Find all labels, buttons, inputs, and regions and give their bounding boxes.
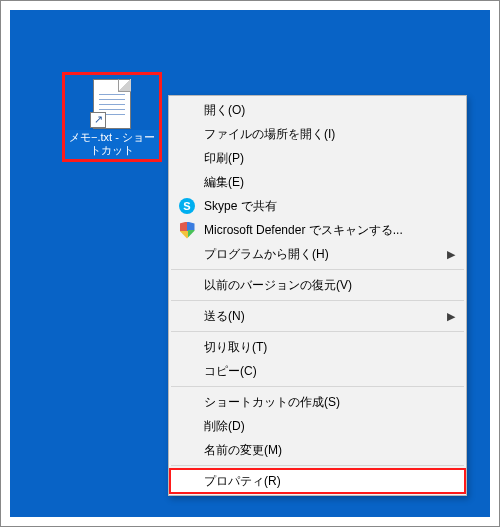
context-menu-item-label: 削除(D) bbox=[204, 418, 245, 435]
context-menu-item[interactable]: プロパティ(R) bbox=[170, 469, 465, 493]
context-menu-item[interactable]: 名前の変更(M) bbox=[170, 438, 465, 462]
text-file-icon: ↗ bbox=[90, 79, 134, 126]
context-menu-item-label: プログラムから開く(H) bbox=[204, 246, 329, 263]
context-menu-separator bbox=[171, 386, 464, 387]
skype-icon bbox=[178, 197, 196, 215]
context-menu-item-label: 切り取り(T) bbox=[204, 339, 267, 356]
context-menu-item-label: ファイルの場所を開く(I) bbox=[204, 126, 335, 143]
context-menu-item-label: コピー(C) bbox=[204, 363, 257, 380]
defender-shield-icon bbox=[178, 221, 196, 239]
context-menu-item-label: ショートカットの作成(S) bbox=[204, 394, 340, 411]
desktop-icon-label: メモ−.txt - ショートカット bbox=[65, 130, 159, 160]
context-menu-item[interactable]: コピー(C) bbox=[170, 359, 465, 383]
context-menu-item[interactable]: 以前のバージョンの復元(V) bbox=[170, 273, 465, 297]
context-menu-item[interactable]: プログラムから開く(H)▶ bbox=[170, 242, 465, 266]
context-menu-item-label: Microsoft Defender でスキャンする... bbox=[204, 222, 403, 239]
desktop[interactable]: ↗ メモ−.txt - ショートカット 開く(O)ファイルの場所を開く(I)印刷… bbox=[10, 10, 490, 517]
context-menu-item[interactable]: 削除(D) bbox=[170, 414, 465, 438]
context-menu: 開く(O)ファイルの場所を開く(I)印刷(P)編集(E)Skype で共有Mic… bbox=[168, 95, 467, 496]
context-menu-item[interactable]: Skype で共有 bbox=[170, 194, 465, 218]
context-menu-item[interactable]: ファイルの場所を開く(I) bbox=[170, 122, 465, 146]
desktop-shortcut-icon[interactable]: ↗ メモ−.txt - ショートカット bbox=[62, 72, 162, 162]
context-menu-item-label: 名前の変更(M) bbox=[204, 442, 282, 459]
context-menu-item-label: Skype で共有 bbox=[204, 198, 277, 215]
context-menu-item-label: 開く(O) bbox=[204, 102, 245, 119]
context-menu-item[interactable]: 切り取り(T) bbox=[170, 335, 465, 359]
submenu-arrow-icon: ▶ bbox=[447, 310, 455, 323]
context-menu-separator bbox=[171, 331, 464, 332]
context-menu-item-label: プロパティ(R) bbox=[204, 473, 281, 490]
context-menu-item-label: 印刷(P) bbox=[204, 150, 244, 167]
context-menu-item[interactable]: ショートカットの作成(S) bbox=[170, 390, 465, 414]
context-menu-item[interactable]: 送る(N)▶ bbox=[170, 304, 465, 328]
context-menu-item-label: 編集(E) bbox=[204, 174, 244, 191]
context-menu-separator bbox=[171, 269, 464, 270]
context-menu-item-label: 送る(N) bbox=[204, 308, 245, 325]
submenu-arrow-icon: ▶ bbox=[447, 248, 455, 261]
context-menu-item[interactable]: Microsoft Defender でスキャンする... bbox=[170, 218, 465, 242]
context-menu-separator bbox=[171, 465, 464, 466]
context-menu-item-label: 以前のバージョンの復元(V) bbox=[204, 277, 352, 294]
context-menu-separator bbox=[171, 300, 464, 301]
context-menu-item[interactable]: 編集(E) bbox=[170, 170, 465, 194]
context-menu-item[interactable]: 印刷(P) bbox=[170, 146, 465, 170]
context-menu-item[interactable]: 開く(O) bbox=[170, 98, 465, 122]
